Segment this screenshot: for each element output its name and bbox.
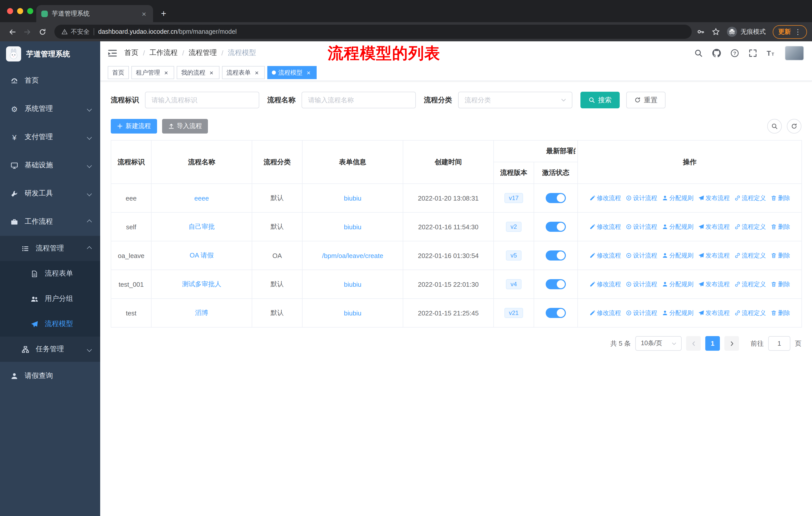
sidebar-item-task-management[interactable]: 任务管理 [0, 336, 100, 362]
form-info-link[interactable]: biubiu [344, 280, 361, 288]
tab-tag-1[interactable]: 租户管理× [132, 66, 174, 79]
model-name-link[interactable]: eeee [194, 194, 209, 202]
action-assign-link[interactable]: 分配规则 [662, 251, 693, 260]
action-publish-link[interactable]: 发布流程 [698, 309, 730, 317]
browser-update-button[interactable]: 更新 ⋮ [773, 25, 807, 38]
form-info-link[interactable]: biubiu [344, 223, 361, 230]
new-tab-button[interactable]: + [157, 7, 170, 20]
model-name-link[interactable]: 测试多审批人 [182, 280, 221, 288]
breadcrumb-item[interactable]: 工作流程 [149, 48, 178, 57]
model-name-link[interactable]: 滔博 [195, 309, 208, 317]
action-definition-link[interactable]: 流程定义 [734, 194, 766, 202]
font-size-icon[interactable]: TT [767, 49, 775, 57]
tab-close-icon[interactable]: × [140, 9, 148, 18]
action-edit-link[interactable]: 修改流程 [589, 251, 621, 260]
action-edit-link[interactable]: 修改流程 [589, 280, 621, 289]
tab-tag-0[interactable]: 首页 [108, 66, 129, 79]
action-definition-link[interactable]: 流程定义 [734, 222, 766, 231]
tag-close-icon[interactable]: × [253, 69, 260, 76]
action-assign-link[interactable]: 分配规则 [662, 280, 693, 289]
sidebar-item-payment[interactable]: ¥支付管理 [0, 123, 100, 151]
action-delete-link[interactable]: 删除 [771, 222, 790, 231]
form-info-link[interactable]: biubiu [344, 194, 361, 202]
tag-close-icon[interactable]: × [163, 69, 170, 76]
help-icon[interactable]: ? [730, 49, 739, 57]
action-publish-link[interactable]: 发布流程 [698, 222, 730, 231]
search-button[interactable]: 搜索 [580, 92, 620, 108]
action-assign-link[interactable]: 分配规则 [662, 194, 693, 202]
github-icon[interactable] [712, 49, 721, 57]
sidebar-item-home[interactable]: 首页 [0, 66, 100, 95]
next-page-button[interactable] [724, 336, 739, 351]
form-info-link[interactable]: /bpm/oa/leave/create [322, 252, 383, 259]
prev-page-button[interactable] [686, 336, 701, 351]
active-toggle[interactable] [546, 193, 566, 203]
sidebar-item-process-form[interactable]: 流程表单 [0, 261, 100, 286]
active-toggle[interactable] [546, 308, 566, 318]
avatar[interactable] [785, 46, 804, 60]
password-manager-icon[interactable] [697, 28, 705, 36]
toggle-search-button[interactable] [767, 119, 782, 134]
action-delete-link[interactable]: 删除 [771, 251, 790, 260]
action-publish-link[interactable]: 发布流程 [698, 251, 730, 260]
browser-tab[interactable]: 芋道管理系统 × [36, 5, 153, 22]
sidebar-item-user-group[interactable]: 用户分组 [0, 286, 100, 311]
action-delete-link[interactable]: 删除 [771, 194, 790, 202]
active-toggle[interactable] [546, 250, 566, 261]
active-toggle[interactable] [546, 279, 566, 289]
address-bar[interactable]: 不安全 dashboard.yudao.iocoder.cn/bpm/manag… [54, 25, 692, 39]
action-design-link[interactable]: 设计流程 [626, 251, 657, 260]
fullscreen-icon[interactable] [749, 49, 757, 57]
bookmark-star-icon[interactable] [712, 28, 720, 36]
category-select[interactable]: 流程分类 [458, 92, 572, 108]
sidebar-item-process-model[interactable]: 流程模型 [0, 311, 100, 336]
action-design-link[interactable]: 设计流程 [626, 280, 657, 289]
form-info-link[interactable]: biubiu [344, 309, 361, 317]
close-window-button[interactable] [7, 8, 13, 14]
security-status[interactable]: 不安全 [61, 27, 90, 36]
browser-menu-icon[interactable]: ⋮ [794, 28, 802, 36]
goto-page-input[interactable] [768, 336, 790, 351]
refresh-table-button[interactable] [787, 119, 802, 134]
action-publish-link[interactable]: 发布流程 [698, 194, 730, 202]
tab-tag-2[interactable]: 我的流程× [177, 66, 220, 79]
action-design-link[interactable]: 设计流程 [626, 222, 657, 231]
action-delete-link[interactable]: 删除 [771, 280, 790, 289]
action-design-link[interactable]: 设计流程 [626, 309, 657, 317]
action-assign-link[interactable]: 分配规则 [662, 309, 693, 317]
model-name-link[interactable]: 自己审批 [188, 223, 215, 230]
import-model-button[interactable]: 导入流程 [162, 119, 208, 134]
sidebar-item-leave-query[interactable]: 请假查询 [0, 362, 100, 390]
tag-close-icon[interactable]: × [305, 69, 312, 76]
action-publish-link[interactable]: 发布流程 [698, 280, 730, 289]
model-id-input[interactable] [145, 92, 259, 108]
sidebar-item-workflow[interactable]: 工作流程 [0, 208, 100, 236]
action-edit-link[interactable]: 修改流程 [589, 194, 621, 202]
tag-close-icon[interactable]: × [208, 69, 215, 76]
page-1-button[interactable]: 1 [705, 336, 720, 351]
action-definition-link[interactable]: 流程定义 [734, 251, 766, 260]
reload-button[interactable] [35, 25, 49, 39]
active-toggle[interactable] [546, 222, 566, 232]
action-delete-link[interactable]: 删除 [771, 309, 790, 317]
collapse-sidebar-button[interactable] [108, 49, 117, 57]
tab-tag-3[interactable]: 流程表单× [222, 66, 265, 79]
reset-button[interactable]: 重置 [626, 92, 666, 108]
tab-tag-4[interactable]: 流程模型× [267, 66, 317, 79]
search-icon[interactable] [694, 49, 703, 57]
forward-button[interactable] [20, 25, 34, 39]
breadcrumb-item[interactable]: 流程管理 [189, 48, 217, 57]
action-edit-link[interactable]: 修改流程 [589, 222, 621, 231]
action-design-link[interactable]: 设计流程 [626, 194, 657, 202]
model-name-input[interactable] [301, 92, 416, 108]
create-model-button[interactable]: 新建流程 [111, 119, 157, 134]
breadcrumb-item[interactable]: 首页 [124, 48, 139, 57]
action-definition-link[interactable]: 流程定义 [734, 280, 766, 289]
model-name-link[interactable]: OA 请假 [190, 251, 213, 259]
minimize-window-button[interactable] [17, 8, 23, 14]
action-definition-link[interactable]: 流程定义 [734, 309, 766, 317]
action-assign-link[interactable]: 分配规则 [662, 222, 693, 231]
sidebar-item-infrastructure[interactable]: 基础设施 [0, 151, 100, 180]
maximize-window-button[interactable] [27, 8, 33, 14]
action-edit-link[interactable]: 修改流程 [589, 309, 621, 317]
